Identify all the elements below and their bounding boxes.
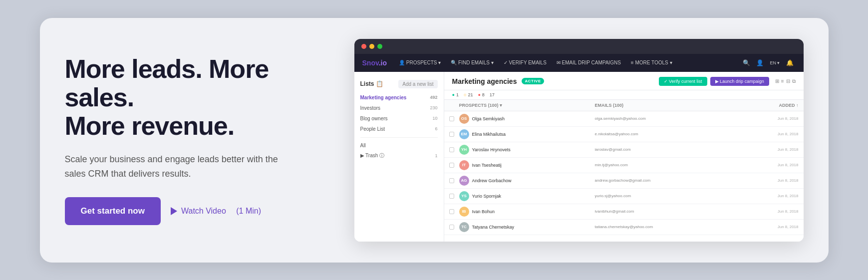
nav-more-tools[interactable]: ≡ MORE TOOLS ▾ xyxy=(627,58,676,67)
window-expand-dot xyxy=(377,44,382,49)
table-row[interactable]: TC Tatyana Chernetskay tatiana.chernetsk… xyxy=(444,220,804,235)
avatar: OS xyxy=(459,114,469,124)
filter-icon[interactable]: ⊟ xyxy=(786,78,790,84)
subtext: Scale your business and engage leads bet… xyxy=(65,152,285,181)
sidebar-item-investors[interactable]: Investors 230 xyxy=(354,103,444,113)
sidebar-item-all[interactable]: All xyxy=(354,141,444,150)
nav-prospects[interactable]: 👤 PROSPECTS ▾ xyxy=(395,58,445,67)
main-header: Marketing agencies ACTIVE ✓ Verify curre… xyxy=(444,72,804,90)
nav-find-emails[interactable]: 🔍 FIND EMAILS ▾ xyxy=(447,58,497,67)
verify-list-button[interactable]: ✓ Verify current list xyxy=(659,77,707,86)
row-email: e.nikolaitsa@yahoo.com xyxy=(595,132,731,136)
avatar: AG xyxy=(459,176,469,186)
status-badge: ACTIVE xyxy=(522,78,544,84)
stat-unknown: ○ 21 xyxy=(464,92,473,97)
invalid-count: 8 xyxy=(482,92,485,97)
row-checkbox[interactable] xyxy=(449,163,459,168)
table-row[interactable]: EM Elina Mikhailutsa e.nikolaitsa@yahoo.… xyxy=(444,127,804,142)
logo-tld: .io xyxy=(379,59,387,67)
app-sidebar: Lists 📋 Add a new list Marketing agencie… xyxy=(354,72,444,242)
prospect-name: Tatyana Chernetskay xyxy=(472,225,515,230)
row-checkbox[interactable] xyxy=(449,194,459,199)
table-row[interactable]: IB Ivan Bohun ivanibhun@gmail.com Jun 8,… xyxy=(444,204,804,220)
add-list-button[interactable]: Add a new list xyxy=(398,80,437,88)
row-checkbox[interactable] xyxy=(449,116,459,121)
stat-invalid: ● 8 xyxy=(478,92,484,97)
row-email: tatiana.chernetskay@yahoo.com xyxy=(595,225,731,229)
avatar: EM xyxy=(459,129,469,139)
grid-icon[interactable]: ⊞ xyxy=(775,78,779,84)
avatar: YS xyxy=(459,191,469,201)
prospect-name: Yurio Spornjak xyxy=(472,194,502,199)
icon-buttons: ⊞ ≡ ⊟ ⧉ xyxy=(775,78,796,84)
list-count: 10 xyxy=(432,116,437,121)
total-count: 17 xyxy=(490,92,495,97)
invalid-dot: ● xyxy=(478,92,480,97)
get-started-button[interactable]: Get started now xyxy=(65,197,161,225)
window-chrome xyxy=(354,39,804,54)
prospect-name: Yaroslav Hrynovets xyxy=(472,147,511,152)
sidebar-item-people-list[interactable]: People List 6 xyxy=(354,124,444,134)
nav-lang[interactable]: EN ▾ xyxy=(768,58,782,67)
emails-col-header: EMAILS (100) xyxy=(595,103,731,108)
nav-drip[interactable]: ✉ EMAIL DRIP CAMPAIGNS xyxy=(553,58,625,67)
valid-dot: ● xyxy=(452,92,455,97)
nav-user-icon[interactable]: 👤 xyxy=(754,57,766,68)
row-checkbox[interactable] xyxy=(449,132,459,137)
nav-search-icon[interactable]: 🔍 xyxy=(741,57,752,68)
row-prospect: OS Olga Semkiyash xyxy=(459,114,595,124)
stat-total: 17 xyxy=(490,92,495,97)
nav-verify-emails[interactable]: ✓ VERIFY EMAILS xyxy=(500,58,551,67)
table-header: PROSPECTS (100) ▾ EMAILS (100) ADDED ↑ xyxy=(444,100,804,111)
launch-campaign-button[interactable]: ▶ Launch drip campaign xyxy=(710,77,769,86)
sidebar-item-marketing-agencies[interactable]: Marketing agencies 492 xyxy=(354,92,444,103)
sidebar-header: Lists 📋 Add a new list xyxy=(354,78,444,92)
prospects-col-header: PROSPECTS (100) ▾ xyxy=(459,103,595,108)
main-actions: ✓ Verify current list ▶ Launch drip camp… xyxy=(659,77,796,86)
sidebar-divider xyxy=(360,137,438,138)
table-row[interactable]: YH Yaroslav Hrynovets iaroslav@gmail.com… xyxy=(444,142,804,158)
headline: More leads. More sales.More revenue. xyxy=(65,55,324,141)
row-checkbox[interactable] xyxy=(449,147,459,152)
nav-bell-icon[interactable]: 🔔 xyxy=(784,57,796,68)
window-minimize-dot xyxy=(369,44,374,49)
table-rows-container: OS Olga Semkiyash olga.semkiyash@yahoo.c… xyxy=(444,111,804,235)
list-count: 230 xyxy=(430,105,437,110)
row-date: Jun 8, 2018 xyxy=(731,178,799,183)
table-row[interactable]: AG Andrew Gorbachow andrew.gorbachow@gma… xyxy=(444,173,804,189)
prospect-name: Olga Semkiyash xyxy=(472,116,505,121)
row-checkbox[interactable] xyxy=(449,209,459,214)
prospect-name: Elina Mikhailutsa xyxy=(472,132,506,137)
row-email: andrew.gorbachow@gmail.com xyxy=(595,178,731,183)
app-nav: Snov.io 👤 PROSPECTS ▾ 🔍 FIND EMAILS ▾ ✓ … xyxy=(354,54,804,72)
lists-label: Lists 📋 xyxy=(360,80,383,87)
table-row[interactable]: YS Yurio Spornjak yurio.sj@yahoo.com Jun… xyxy=(444,189,804,204)
list-name: Investors xyxy=(360,105,381,111)
list-icon[interactable]: ≡ xyxy=(781,78,784,84)
main-title: Marketing agencies xyxy=(452,77,517,85)
row-prospect: EM Elina Mikhailutsa xyxy=(459,129,595,139)
valid-count: 1 xyxy=(456,92,459,97)
copy-icon[interactable]: ⧉ xyxy=(792,78,796,84)
trash-count: 1 xyxy=(435,153,437,158)
row-checkbox[interactable] xyxy=(449,225,459,230)
sidebar-item-blog-owners[interactable]: Blog owners 10 xyxy=(354,113,444,124)
table-row[interactable]: IT Ivan Tsesheatij min.tj@yahoo.com Jun … xyxy=(444,158,804,173)
prospect-name: Andrew Gorbachow xyxy=(472,178,512,183)
table-row[interactable]: OS Olga Semkiyash olga.semkiyash@yahoo.c… xyxy=(444,111,804,127)
list-name: Marketing agencies xyxy=(360,95,407,100)
sidebar-item-trash[interactable]: ▶ Trash ⓘ 1 xyxy=(354,150,444,161)
avatar: IB xyxy=(459,207,469,217)
row-email: iaroslav@gmail.com xyxy=(595,147,731,152)
row-checkbox[interactable] xyxy=(449,178,459,183)
row-email: olga.semkiyash@yahoo.com xyxy=(595,116,731,121)
avatar: IT xyxy=(459,160,469,170)
app-main: Marketing agencies ACTIVE ✓ Verify curre… xyxy=(444,72,804,242)
row-email: min.tj@yahoo.com xyxy=(595,163,731,167)
stats-row: ● 1 ○ 21 ● 8 17 xyxy=(444,90,804,100)
watch-video-button[interactable]: Watch Video (1 Min) xyxy=(171,207,261,216)
row-prospect: IT Ivan Tsesheatij xyxy=(459,160,595,170)
list-count: 6 xyxy=(435,126,437,131)
video-duration: (1 Min) xyxy=(236,207,261,216)
list-name: People List xyxy=(360,126,385,132)
